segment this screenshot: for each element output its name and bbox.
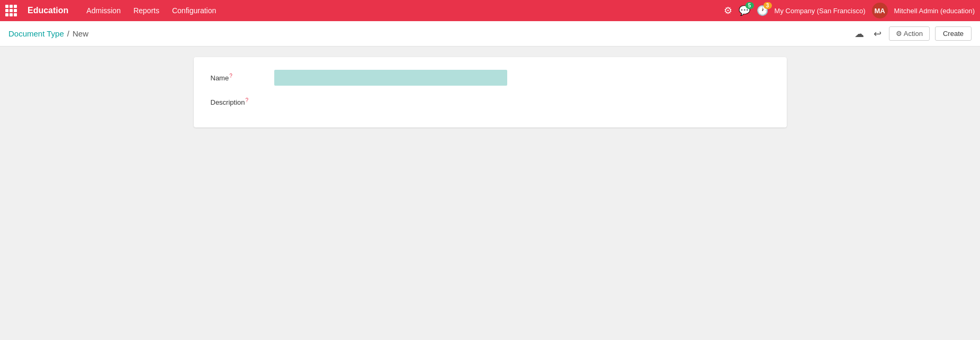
description-required: ? (246, 97, 249, 103)
action-button[interactable]: ⚙ Action (889, 26, 930, 41)
cloud-save-button[interactable]: ☁ (852, 26, 866, 42)
breadcrumb-actions: ☁ ↩ ⚙ Action Create (852, 26, 972, 42)
form-card: Name? Description? (194, 57, 787, 127)
create-button[interactable]: Create (935, 26, 972, 41)
discard-button[interactable]: ↩ (871, 26, 884, 42)
topbar-right: ⚙ 💬 5 🕐 3 My Company (San Francisco) MA … (724, 3, 975, 19)
apps-grid-icon[interactable] (5, 5, 17, 16)
nav-configuration[interactable]: Configuration (167, 3, 221, 18)
breadcrumb-parent[interactable]: Document Type (8, 29, 64, 38)
description-field (274, 94, 770, 97)
name-label: Name? (211, 70, 274, 82)
name-input[interactable] (274, 70, 507, 86)
messages-badge: 5 (745, 2, 754, 9)
name-required: ? (229, 73, 232, 79)
nav-menu: Admission Reports Configuration (81, 3, 221, 18)
breadcrumb-current: New (73, 29, 88, 38)
user-name[interactable]: Mitchell Admin (education) (894, 7, 975, 15)
company-name[interactable]: My Company (San Francisco) (775, 7, 866, 15)
breadcrumb-bar: Document Type / New ☁ ↩ ⚙ Action Create (0, 21, 980, 47)
name-row: Name? (211, 70, 770, 86)
breadcrumb-separator: / (67, 29, 69, 38)
description-row: Description? (211, 94, 770, 106)
main-content: Name? Description? (0, 47, 980, 340)
nav-admission[interactable]: Admission (81, 3, 126, 18)
nav-reports[interactable]: Reports (128, 3, 165, 18)
app-name[interactable]: Education (28, 6, 68, 15)
activity-icon[interactable]: 🕐 3 (757, 5, 768, 16)
description-label: Description? (211, 94, 274, 106)
settings-icon[interactable]: ⚙ (724, 5, 732, 16)
topbar: Education Admission Reports Configuratio… (0, 0, 980, 21)
user-initials: MA (874, 7, 885, 15)
topbar-left: Education Admission Reports Configuratio… (5, 3, 221, 18)
avatar[interactable]: MA (872, 3, 888, 19)
breadcrumb: Document Type / New (8, 29, 88, 38)
activity-badge: 3 (763, 2, 772, 9)
messages-icon[interactable]: 💬 5 (739, 5, 750, 16)
